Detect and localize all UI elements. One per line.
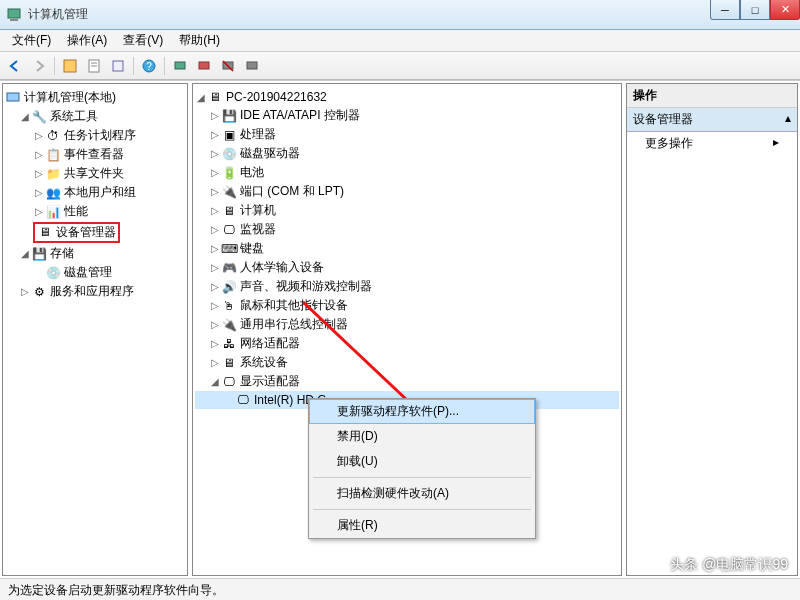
tree-services-apps[interactable]: ▷⚙服务和应用程序	[5, 282, 185, 301]
close-button[interactable]: ✕	[770, 0, 800, 20]
svg-rect-2	[64, 60, 76, 72]
tools-icon: 🔧	[31, 109, 47, 125]
disk-icon: 💿	[45, 265, 61, 281]
cat-network[interactable]: ▷🖧网络适配器	[195, 334, 619, 353]
mouse-icon: 🖱	[221, 298, 237, 314]
window-title: 计算机管理	[28, 6, 794, 23]
app-icon	[6, 7, 22, 23]
menu-view[interactable]: 查看(V)	[115, 30, 171, 51]
management-tree[interactable]: 计算机管理(本地) ◢🔧系统工具 ▷⏱任务计划程序 ▷📋事件查看器 ▷📁共享文件…	[3, 84, 187, 305]
watermark: 头条 @电脑常识99	[670, 556, 788, 574]
ctx-uninstall[interactable]: 卸载(U)	[309, 449, 535, 474]
ctx-properties[interactable]: 属性(R)	[309, 513, 535, 538]
cat-battery[interactable]: ▷🔋电池	[195, 163, 619, 182]
ide-icon: 💾	[221, 108, 237, 124]
tree-system-tools[interactable]: ◢🔧系统工具	[5, 107, 185, 126]
keyboard-icon: ⌨	[221, 241, 237, 257]
window-controls: ─ □ ✕	[710, 0, 800, 20]
export-button[interactable]	[107, 55, 129, 77]
scheduler-icon: ⏱	[45, 128, 61, 144]
monitor-icon: 🖵	[221, 222, 237, 238]
cat-computer[interactable]: ▷🖥计算机	[195, 201, 619, 220]
services-icon: ⚙	[31, 284, 47, 300]
battery-icon: 🔋	[221, 165, 237, 181]
update-driver-button[interactable]	[193, 55, 215, 77]
menu-action[interactable]: 操作(A)	[59, 30, 115, 51]
event-icon: 📋	[45, 147, 61, 163]
tree-performance[interactable]: ▷📊性能	[5, 202, 185, 221]
forward-button[interactable]	[28, 55, 50, 77]
cat-system[interactable]: ▷🖥系统设备	[195, 353, 619, 372]
cat-disk[interactable]: ▷💿磁盘驱动器	[195, 144, 619, 163]
actions-section[interactable]: 设备管理器▴	[627, 108, 797, 132]
right-panel: 操作 设备管理器▴ 更多操作▸	[626, 83, 798, 576]
users-icon: 👥	[45, 185, 61, 201]
title-bar: 计算机管理 ─ □ ✕	[0, 0, 800, 30]
comp-icon: 🖥	[221, 203, 237, 219]
cat-ports[interactable]: ▷🔌端口 (COM 和 LPT)	[195, 182, 619, 201]
device-root[interactable]: ◢🖥PC-201904221632	[195, 88, 619, 106]
cat-cpu[interactable]: ▷▣处理器	[195, 125, 619, 144]
status-bar: 为选定设备启动更新驱动程序软件向导。	[0, 578, 800, 600]
storage-icon: 💾	[31, 246, 47, 262]
tree-root[interactable]: 计算机管理(本地)	[5, 88, 185, 107]
ctx-separator	[313, 509, 531, 510]
usb-icon: 🔌	[221, 317, 237, 333]
ctx-update-driver[interactable]: 更新驱动程序软件(P)...	[309, 399, 535, 424]
cat-usb[interactable]: ▷🔌通用串行总线控制器	[195, 315, 619, 334]
diskdrv-icon: 💿	[221, 146, 237, 162]
svg-rect-13	[247, 62, 257, 69]
cpu-icon: ▣	[221, 127, 237, 143]
cat-monitor[interactable]: ▷🖵监视器	[195, 220, 619, 239]
cat-mouse[interactable]: ▷🖱鼠标和其他指针设备	[195, 296, 619, 315]
tree-task-scheduler[interactable]: ▷⏱任务计划程序	[5, 126, 185, 145]
cat-ide[interactable]: ▷💾IDE ATA/ATAPI 控制器	[195, 106, 619, 125]
net-icon: 🖧	[221, 336, 237, 352]
perf-icon: 📊	[45, 204, 61, 220]
device-mgr-icon: 🖥	[37, 224, 53, 240]
uninstall-button[interactable]	[217, 55, 239, 77]
menu-bar: 文件(F) 操作(A) 查看(V) 帮助(H)	[0, 30, 800, 52]
svg-rect-14	[7, 93, 19, 101]
properties-button[interactable]	[83, 55, 105, 77]
tree-event-viewer[interactable]: ▷📋事件查看器	[5, 145, 185, 164]
svg-text:?: ?	[146, 61, 152, 72]
scan-hardware-button[interactable]	[169, 55, 191, 77]
left-panel: 计算机管理(本地) ◢🔧系统工具 ▷⏱任务计划程序 ▷📋事件查看器 ▷📁共享文件…	[2, 83, 188, 576]
port-icon: 🔌	[221, 184, 237, 200]
menu-file[interactable]: 文件(F)	[4, 30, 59, 51]
toolbar: ?	[0, 52, 800, 80]
status-text: 为选定设备启动更新驱动程序软件向导。	[8, 583, 224, 597]
actions-header: 操作	[627, 84, 797, 108]
disable-button[interactable]	[241, 55, 263, 77]
svg-rect-9	[175, 62, 185, 69]
show-hide-tree-button[interactable]	[59, 55, 81, 77]
cat-keyboard[interactable]: ▷⌨键盘	[195, 239, 619, 258]
maximize-button[interactable]: □	[740, 0, 770, 20]
tree-storage[interactable]: ◢💾存储	[5, 244, 185, 263]
share-icon: 📁	[45, 166, 61, 182]
pc-icon: 🖥	[207, 89, 223, 105]
minimize-button[interactable]: ─	[710, 0, 740, 20]
ctx-disable[interactable]: 禁用(D)	[309, 424, 535, 449]
menu-help[interactable]: 帮助(H)	[171, 30, 228, 51]
display-icon: 🖵	[221, 374, 237, 390]
ctx-scan-hardware[interactable]: 扫描检测硬件改动(A)	[309, 481, 535, 506]
svg-rect-6	[113, 61, 123, 71]
back-button[interactable]	[4, 55, 26, 77]
computer-mgmt-icon	[5, 90, 21, 106]
cat-sound[interactable]: ▷🔊声音、视频和游戏控制器	[195, 277, 619, 296]
ctx-separator	[313, 477, 531, 478]
tree-shared-folders[interactable]: ▷📁共享文件夹	[5, 164, 185, 183]
help-button[interactable]: ?	[138, 55, 160, 77]
tree-device-manager[interactable]: 🖥设备管理器	[5, 221, 185, 244]
device-tree[interactable]: ◢🖥PC-201904221632 ▷💾IDE ATA/ATAPI 控制器 ▷▣…	[193, 84, 621, 413]
sys-icon: 🖥	[221, 355, 237, 371]
tree-local-users[interactable]: ▷👥本地用户和组	[5, 183, 185, 202]
cat-display[interactable]: ◢🖵显示适配器	[195, 372, 619, 391]
collapse-icon: ▴	[785, 111, 791, 128]
cat-hid[interactable]: ▷🎮人体学输入设备	[195, 258, 619, 277]
actions-more[interactable]: 更多操作▸	[627, 132, 797, 155]
chevron-right-icon: ▸	[773, 135, 779, 152]
tree-disk-mgmt[interactable]: 💿磁盘管理	[5, 263, 185, 282]
